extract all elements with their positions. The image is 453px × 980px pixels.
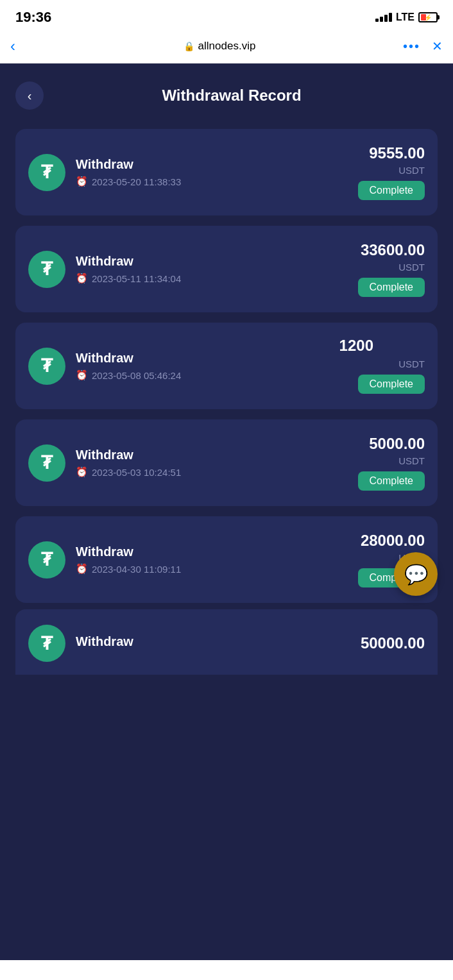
battery-indicator: ⚡ (418, 12, 438, 22)
status-bar: 19:36 LTE ⚡ (0, 0, 453, 32)
chat-fab-icon: 💬 (404, 563, 428, 586)
chat-fab-button[interactable]: 💬 (394, 552, 438, 596)
transaction-currency: USDT (398, 262, 425, 273)
page-title: Withdrawal Record (54, 87, 438, 105)
tether-icon: ₮ (28, 625, 65, 662)
url-text: allnodes.vip (198, 40, 256, 53)
browser-url-bar[interactable]: 🔒 allnodes.vip (36, 40, 403, 53)
transaction-amount: 50000.00 (361, 634, 425, 652)
browser-bar: ‹ 🔒 allnodes.vip ••• ✕ (0, 32, 453, 63)
transaction-date: ⏰ 2023-04-30 11:09:11 (76, 563, 348, 575)
status-right: LTE ⚡ (375, 12, 438, 23)
partial-amount: 1200 (339, 337, 373, 355)
transaction-label: Withdraw (76, 351, 348, 366)
transaction-date: ⏰ 2023-05-08 05:46:24 (76, 369, 348, 381)
app-header: ‹ Withdrawal Record (0, 63, 453, 122)
tether-icon: ₮ (28, 154, 65, 191)
transaction-info: Withdraw ⏰ 2023-05-08 05:46:24 (76, 351, 348, 381)
lte-label: LTE (396, 12, 415, 23)
lock-icon: 🔒 (184, 41, 194, 51)
transaction-card[interactable]: ₮ Withdraw ⏰ 2023-05-03 10:24:51 5000.00… (15, 419, 438, 506)
transaction-card[interactable]: ₮ Withdraw ⏰ 2023-05-20 11:38:33 9555.00… (15, 129, 438, 215)
transaction-label: Withdraw (76, 157, 348, 172)
transaction-card[interactable]: ₮ Withdraw ⏰ 2023-04-30 11:09:11 28000.0… (15, 516, 438, 603)
date-text: 2023-04-30 11:09:11 (92, 564, 181, 575)
transaction-date: ⏰ 2023-05-03 10:24:51 (76, 466, 348, 478)
battery-bolt-icon: ⚡ (424, 14, 432, 21)
tether-symbol: ₮ (41, 258, 53, 280)
date-text: 2023-05-08 05:46:24 (92, 370, 181, 381)
status-badge: Complete (358, 278, 425, 297)
status-badge: Complete (358, 471, 425, 491)
signal-bar-4 (389, 13, 392, 22)
transaction-info: Withdraw ⏰ 2023-04-30 11:09:11 (76, 545, 348, 575)
status-badge: Complete (358, 181, 425, 200)
transaction-info: Withdraw ⏰ 2023-05-20 11:38:33 (76, 157, 348, 187)
transaction-info: Withdraw ⏰ 2023-05-11 11:34:04 (76, 254, 348, 284)
date-text: 2023-05-11 11:34:04 (92, 273, 181, 284)
transaction-amount: 33600.00 (361, 241, 425, 259)
clock-icon: ⏰ (76, 369, 88, 381)
tether-icon: ₮ (28, 348, 65, 385)
transaction-label: Withdraw (76, 545, 348, 559)
transaction-card[interactable]: ₮ Withdraw ⏰ 2023-05-08 05:46:24 1200.00… (15, 323, 438, 409)
clock-icon: ⏰ (76, 176, 88, 187)
clock-icon: ⏰ (76, 273, 88, 284)
transaction-label: Withdraw (76, 448, 348, 462)
transaction-currency: USDT (398, 455, 425, 466)
date-text: 2023-05-20 11:38:33 (92, 176, 181, 187)
transaction-amount-block: 33600.00 USDT Complete (358, 241, 425, 297)
tether-icon: ₮ (28, 251, 65, 288)
transactions-list: ₮ Withdraw ⏰ 2023-05-20 11:38:33 9555.00… (0, 122, 453, 609)
transaction-amount: 28000.00 (361, 532, 425, 550)
status-badge: Complete (358, 375, 425, 394)
transaction-date: ⏰ 2023-05-11 11:34:04 (76, 273, 348, 284)
transaction-currency: USDT (398, 359, 425, 369)
transaction-amount: 9555.00 (369, 144, 425, 162)
status-time: 19:36 (15, 9, 51, 26)
transaction-label: Withdraw (76, 254, 348, 269)
transaction-amount-block: 5000.00 USDT Complete (358, 435, 425, 491)
tether-symbol: ₮ (41, 452, 53, 473)
signal-bars (375, 13, 392, 22)
browser-back-button[interactable]: ‹ (10, 37, 36, 55)
tether-symbol: ₮ (41, 162, 53, 183)
transaction-currency: USDT (398, 165, 425, 176)
app-content: ‹ Withdrawal Record ₮ Withdraw ⏰ 2023-05… (0, 63, 453, 960)
tether-symbol: ₮ (41, 549, 53, 570)
transaction-card-partial[interactable]: ₮ Withdraw 50000.00 (15, 609, 438, 675)
tether-icon: ₮ (28, 444, 65, 482)
transaction-label: Withdraw (76, 634, 350, 649)
tether-symbol: ₮ (41, 355, 53, 376)
back-button[interactable]: ‹ (15, 81, 44, 110)
tether-symbol: ₮ (41, 633, 53, 654)
signal-bar-3 (384, 15, 388, 22)
clock-icon: ⏰ (76, 563, 88, 575)
transaction-amount-block: 50000.00 (361, 634, 425, 652)
close-tab-button[interactable]: ✕ (432, 38, 443, 54)
transaction-info: Withdraw ⏰ 2023-05-03 10:24:51 (76, 448, 348, 478)
transaction-amount-block: 9555.00 USDT Complete (358, 144, 425, 200)
signal-bar-2 (380, 17, 383, 22)
signal-bar-1 (375, 19, 379, 22)
more-options-button[interactable]: ••• (403, 39, 420, 54)
date-text: 2023-05-03 10:24:51 (92, 467, 181, 478)
transaction-info: Withdraw (76, 634, 350, 653)
browser-actions: ••• ✕ (403, 38, 443, 54)
transaction-amount: 5000.00 (369, 435, 425, 453)
transaction-date: ⏰ 2023-05-20 11:38:33 (76, 176, 348, 187)
clock-icon: ⏰ (76, 466, 88, 478)
transaction-card[interactable]: ₮ Withdraw ⏰ 2023-05-11 11:34:04 33600.0… (15, 226, 438, 312)
tether-icon: ₮ (28, 541, 65, 579)
back-chevron-icon: ‹ (28, 89, 32, 103)
